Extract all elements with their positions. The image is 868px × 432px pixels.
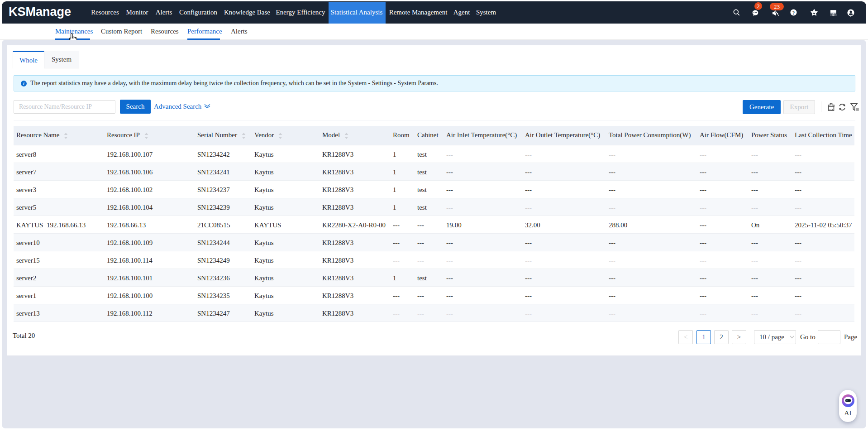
svg-text:?: ? <box>792 10 795 15</box>
